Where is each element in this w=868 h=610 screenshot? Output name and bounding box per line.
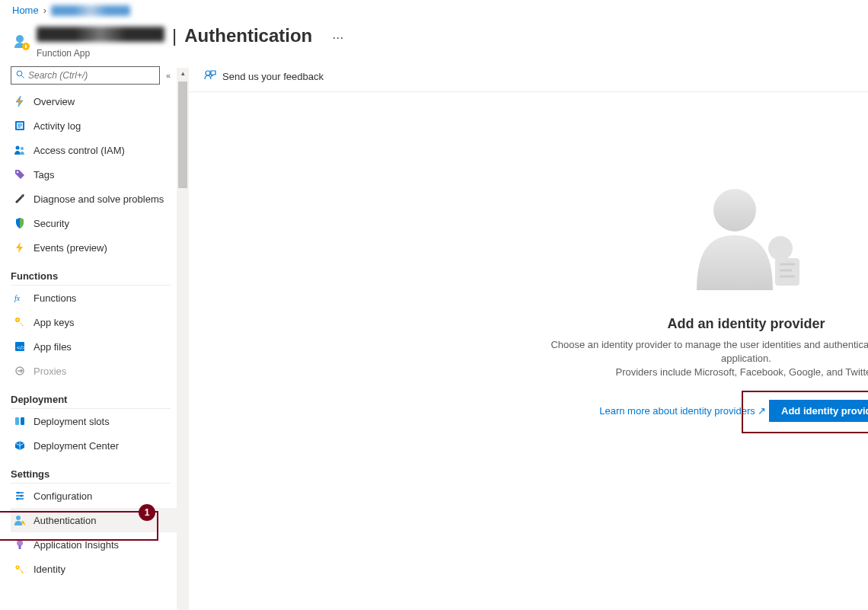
sidebar-item-overview[interactable]: Overview [11,89,177,113]
svg-point-34 [768,236,793,260]
identity-provider-illustration [685,176,807,298]
svg-rect-35 [775,258,799,286]
tag-icon [14,168,26,180]
sidebar-search-input[interactable] [28,70,155,81]
sidebar-item-events-preview-[interactable]: Events (preview) [11,235,177,260]
sidebar-item-identity[interactable]: Identity [11,557,177,581]
proxy-icon [14,365,26,377]
svg-point-11 [17,171,18,173]
breadcrumb-home[interactable]: Home [12,5,39,16]
log-icon [14,120,26,132]
sidebar-item-deployment-center[interactable]: Deployment Center [11,433,177,458]
sidebar-item-label: Configuration [34,490,92,502]
insights-icon [14,538,26,551]
resource-name [37,27,164,42]
sidebar-item-app-keys[interactable]: App keys [11,310,177,334]
breadcrumb-resource[interactable] [51,5,130,16]
sidebar-item-label: Security [34,218,69,229]
shield-icon [14,217,26,229]
sidebar-item-tags[interactable]: Tags [11,162,177,187]
sidebar-item-label: Authentication [34,515,96,526]
sidebar-scrollbar[interactable]: ▴ [177,68,189,610]
sidebar-search[interactable] [11,66,160,85]
breadcrumb: Home › [0,0,868,19]
main-content: Send us your feedback [189,62,868,610]
svg-text:</>: </> [17,344,26,351]
lightning-icon [14,95,26,107]
search-icon [16,70,25,81]
svg-point-26 [16,516,21,520]
svg-point-25 [17,498,19,500]
sidebar-item-label: Functions [34,292,76,304]
sidebar-section-heading: Settings [11,464,171,484]
sidebar-item-app-files[interactable]: </>App files [11,334,177,359]
chevron-right-icon: › [43,5,46,16]
sidebar-item-label: Access control (IAM) [34,145,125,156]
external-link-icon: ↗ [758,405,766,417]
svg-rect-29 [19,545,21,549]
sidebar-section-heading: Functions [11,266,171,286]
sidebar-item-functions[interactable]: fxFunctions [11,286,177,310]
sidebar-section-heading: Deployment [11,389,171,409]
sidebar-item-proxies: Proxies [11,359,177,383]
key-icon [14,316,26,328]
slots-icon [14,415,26,427]
deploy-center-icon [14,439,26,452]
empty-state-heading: Add an identity provider [548,316,868,332]
svg-point-1 [22,43,30,50]
sidebar-item-access-control-iam-[interactable]: Access control (IAM) [11,138,177,162]
empty-state: Add an identity provider Choose an ident… [548,176,868,422]
feedback-icon [204,69,216,84]
title-separator: | [171,25,178,46]
add-identity-provider-button[interactable]: Add identity provider [769,400,868,422]
sidebar-item-label: App keys [34,317,74,328]
person-key-icon [14,514,26,526]
fx-icon: fx [14,292,26,304]
sidebar-item-label: App files [34,341,72,353]
sidebar-item-label: Application Insights [34,539,119,551]
svg-point-23 [18,492,20,494]
sidebar-item-label: Activity log [34,120,81,132]
sidebar-item-label: Identity [34,564,65,575]
identity-icon [14,563,26,575]
svg-point-28 [17,540,23,546]
svg-point-9 [16,146,20,150]
feedback-label: Send us your feedback [222,71,324,82]
sidebar-item-label: Deployment Center [34,440,119,452]
empty-state-desc-1: Choose an identity provider to manage th… [550,339,868,364]
more-actions-button[interactable]: ··· [318,30,343,46]
annotation-badge-1: 1 [139,504,155,521]
files-icon: </> [14,340,26,353]
sidebar-item-configuration[interactable]: Configuration [11,484,177,508]
svg-point-14 [17,319,18,321]
wrench-icon [14,193,26,205]
empty-state-desc-2: Providers include Microsoft, Facebook, G… [616,366,869,378]
sidebar: « OverviewActivity logAccess control (IA… [0,62,189,610]
people-icon [14,144,26,156]
sidebar-item-deployment-slots[interactable]: Deployment slots [11,409,177,433]
sidebar-item-activity-log[interactable]: Activity log [11,113,177,138]
sidebar-item-application-insights[interactable]: Application Insights [11,532,177,557]
sidebar-item-label: Proxies [34,366,66,377]
sidebar-item-label: Events (preview) [34,242,107,254]
svg-point-2 [17,71,22,76]
svg-rect-19 [21,417,24,425]
sidebar-item-diagnose-and-solve-problems[interactable]: Diagnose and solve problems [11,187,177,211]
sidebar-item-label: Diagnose and solve problems [34,193,164,205]
feedback-bar[interactable]: Send us your feedback [189,62,868,92]
page-title: Authentication [184,25,312,46]
sidebar-item-label: Tags [34,169,54,180]
scrollbar-thumb[interactable] [178,81,187,188]
svg-text:fx: fx [14,294,21,302]
bolt-icon [14,241,26,254]
page-header: | Authentication ··· Function App [0,19,868,62]
svg-line-3 [22,75,24,78]
learn-more-link[interactable]: Learn more about identity providers ↗ [599,405,769,417]
svg-point-32 [206,71,210,75]
svg-point-24 [21,495,23,497]
sidebar-item-label: Overview [34,96,75,107]
sidebar-item-security[interactable]: Security [11,211,177,235]
collapse-sidebar-button[interactable]: « [166,71,171,80]
scroll-up-icon[interactable]: ▴ [177,69,189,77]
page-subtitle: Function App [37,48,343,59]
